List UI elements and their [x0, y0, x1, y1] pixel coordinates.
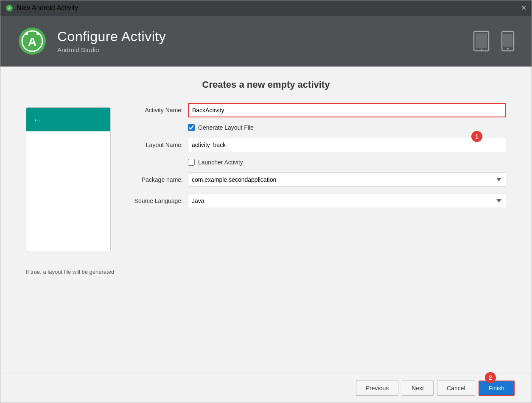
svg-point-5 [25, 33, 28, 35]
svg-point-12 [507, 48, 509, 50]
svg-point-9 [481, 49, 482, 50]
previous-button[interactable]: Previous [356, 381, 398, 396]
form-area: ← Activity Name: Generate Layout File [26, 103, 506, 251]
cancel-button[interactable]: Cancel [437, 381, 475, 396]
section-title: Creates a new empty activity [26, 79, 506, 90]
next-button[interactable]: Next [402, 381, 434, 396]
phone-body [26, 131, 110, 251]
header: A Configure Activity Android Studio [0, 16, 532, 67]
info-text: If true, a layout file will be generated [26, 269, 506, 275]
android-studio-icon: A [6, 4, 13, 12]
generate-layout-label[interactable]: Generate Layout File [198, 124, 254, 131]
header-text: Configure Activity Android Studio [57, 29, 166, 53]
activity-name-row: Activity Name: [128, 103, 506, 117]
phone-header: ← [26, 108, 110, 131]
finish-button[interactable]: Finish [479, 381, 515, 396]
svg-text:A: A [28, 35, 36, 48]
tablet-icon [473, 31, 498, 52]
source-language-row: Source Language: Java Kotlin [128, 194, 506, 208]
form-fields: Activity Name: Generate Layout File Layo… [128, 103, 506, 215]
android-logo: A [17, 26, 47, 56]
generate-layout-checkbox[interactable] [188, 124, 195, 131]
header-left: A Configure Activity Android Studio [17, 26, 166, 56]
launcher-activity-checkbox[interactable] [188, 159, 195, 166]
badge-2: 2 [485, 372, 496, 383]
activity-name-label: Activity Name: [128, 107, 183, 114]
package-name-select[interactable]: com.example.secondapplication [188, 172, 506, 187]
dialog: A New Android Activity ✕ A Configure Act… [0, 0, 532, 403]
title-bar: A New Android Activity ✕ [0, 0, 532, 16]
activity-name-input[interactable] [188, 103, 506, 117]
launcher-activity-row: Launcher Activity [188, 159, 506, 166]
source-language-select[interactable]: Java Kotlin [188, 194, 506, 208]
back-arrow-icon: ← [33, 115, 42, 125]
launcher-activity-label[interactable]: Launcher Activity [198, 159, 243, 166]
layout-name-row: Layout Name: [128, 138, 506, 152]
phone-preview: ← [26, 107, 111, 251]
badge-1: 1 [471, 131, 482, 142]
title-bar-left: A New Android Activity [6, 4, 78, 12]
phone-icon [501, 31, 515, 52]
package-name-label: Package name: [128, 176, 183, 183]
svg-text:A: A [8, 6, 11, 10]
device-icons [473, 31, 515, 52]
close-button[interactable]: ✕ [521, 5, 526, 11]
source-language-label: Source Language: [128, 197, 183, 204]
generate-layout-row: Generate Layout File [188, 124, 506, 131]
layout-name-input[interactable] [188, 138, 506, 152]
title-bar-title: New Android Activity [17, 4, 78, 12]
svg-rect-8 [476, 33, 487, 48]
package-name-row: Package name: com.example.secondapplicat… [128, 172, 506, 187]
configure-activity-title: Configure Activity [57, 29, 166, 44]
footer: Previous Next Cancel Finish [0, 373, 532, 403]
android-studio-subtitle: Android Studio [57, 46, 166, 53]
divider [26, 260, 506, 260]
svg-rect-11 [503, 34, 512, 47]
layout-name-label: Layout Name: [128, 142, 183, 148]
main-content: Creates a new empty activity ← Activity … [0, 67, 532, 373]
svg-point-6 [36, 33, 39, 35]
